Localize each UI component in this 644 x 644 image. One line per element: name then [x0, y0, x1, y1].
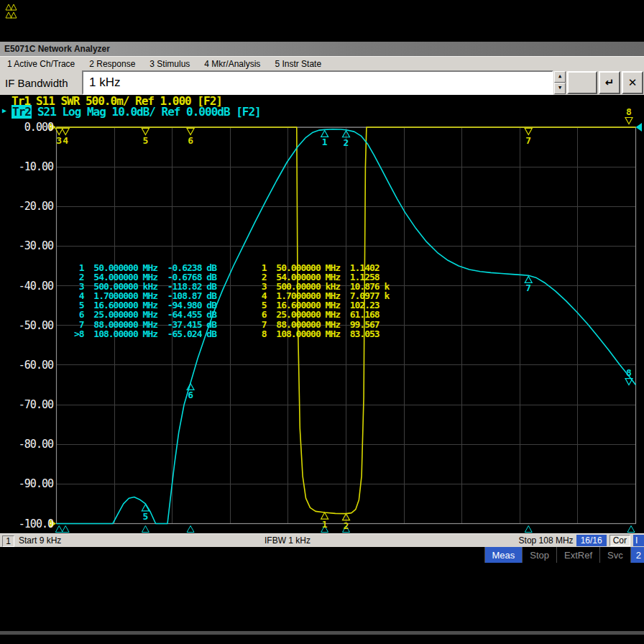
window-title: E5071C Network Analyzer — [4, 44, 110, 54]
status-edge-indicator: I — [633, 535, 644, 546]
y-axis-label: -90.00 — [0, 477, 53, 490]
marker-6-tr1-icon[interactable] — [187, 129, 194, 135]
trace2-header[interactable]: Tr2S21 Log Mag 10.0dB/ Ref 0.000dB [F2] — [12, 105, 261, 119]
marker-7-tr1-icon[interactable] — [525, 129, 532, 135]
state-svc[interactable]: Svc — [599, 547, 630, 563]
enter-button[interactable]: ↵ — [599, 71, 620, 94]
marker-label: 6 — [188, 135, 193, 146]
menu-instr-state[interactable]: 5 Instr State — [267, 59, 328, 69]
y-axis-label: -10.00 — [0, 160, 53, 173]
marker-label: 5 — [142, 135, 148, 146]
menu-bar: 1 Active Ch/Trace 2 Response 3 Stimulus … — [0, 56, 644, 70]
menu-mkr-analysis[interactable]: 4 Mkr/Analysis — [197, 59, 267, 69]
y-axis-label: -30.00 — [0, 239, 53, 252]
y-axis-label: -70.00 — [0, 398, 53, 411]
marker-label: 2 — [344, 137, 349, 148]
marker-table-tr2: 1 50.000000 MHz -0.6238 dB 2 54.000000 M… — [74, 263, 216, 339]
marker-table-tr1: 1 50.000000 MHz 1.1402 2 54.000000 MHz 1… — [257, 263, 389, 339]
marker-label: 1 — [322, 519, 328, 530]
marker-label: 6 — [188, 390, 193, 400]
menu-active-ch-trace[interactable]: 1 Active Ch/Trace — [0, 59, 82, 69]
marker-4-tr1-icon[interactable] — [62, 129, 69, 135]
y-axis-label: -20.00 — [0, 200, 53, 213]
instrument-state-bar: Meas Stop ExtRef Svc 2 — [0, 547, 644, 563]
channel-indicator: 1 — [2, 535, 14, 547]
marker-7-tr2-icon[interactable] — [525, 276, 532, 282]
status-bar: 1 Start 9 kHz IFBW 1 kHz Stop 108 MHz 16… — [0, 533, 644, 547]
ifbw-value-input[interactable] — [82, 70, 553, 95]
state-meas[interactable]: Meas — [484, 547, 523, 563]
active-trace-arrow-icon: ▶ — [2, 106, 6, 114]
sweep-points-badge: 16/16 — [576, 535, 607, 546]
start-frequency-label: Start 9 kHz — [19, 535, 61, 546]
tr2-ref-indicator-icon — [636, 123, 643, 132]
marker-stimulus-tick-icon — [55, 526, 63, 533]
menu-response[interactable]: 2 Response — [82, 59, 142, 69]
y-axis-label: -60.00 — [0, 359, 53, 372]
marker-label: 4 — [63, 135, 68, 146]
marker-8-tr1-icon[interactable] — [625, 118, 632, 124]
marker-5-tr1-icon[interactable] — [142, 129, 149, 135]
bottom-band — [0, 631, 644, 635]
corner-marker-glyph-icon — [11, 12, 17, 18]
marker-stimulus-tick-icon — [627, 526, 635, 533]
entry-field-label: IF Bandwidth — [0, 70, 82, 95]
marker-stimulus-tick-icon — [187, 526, 194, 533]
corner-marker-glyph-icon — [11, 4, 17, 10]
close-entry-button[interactable]: ✕ — [622, 71, 643, 94]
y-axis-label: -40.00 — [0, 280, 53, 293]
marker-label: 8 — [626, 367, 632, 378]
marker-stimulus-tick-icon — [525, 526, 532, 533]
y-axis-label: -50.00 — [0, 319, 53, 332]
menu-stimulus[interactable]: 3 Stimulus — [142, 59, 197, 69]
marker-1-tr2-icon[interactable] — [321, 130, 328, 137]
y-axis-label: -80.00 — [0, 438, 53, 451]
entry-slider-button[interactable] — [567, 71, 597, 94]
window-titlebar[interactable]: E5071C Network Analyzer — [0, 42, 644, 56]
marker-label: 5 — [142, 511, 148, 522]
state-extra[interactable]: 2 — [630, 547, 644, 563]
marker-label: 8 — [626, 106, 632, 117]
marker-label: 7 — [525, 135, 531, 146]
correction-badge: Cor — [610, 535, 630, 546]
value-spinner: ▲ ▼ — [554, 71, 566, 94]
marker-label: 2 — [344, 520, 349, 531]
stop-frequency-label: Stop 108 MHz — [519, 535, 574, 546]
entry-bar: IF Bandwidth ▲ ▼ ↵ ✕ — [0, 70, 644, 95]
spinner-up-button[interactable]: ▲ — [554, 71, 566, 83]
marker-label: 1 — [322, 137, 328, 147]
y-axis-label: 0.000 — [0, 121, 53, 134]
instrument-screen: 11223455667788 E5071C Network Analyzer 1… — [0, 0, 644, 644]
spinner-down-button[interactable]: ▼ — [554, 83, 566, 94]
corner-marker-glyph-icon — [6, 4, 12, 10]
corner-marker-glyph-icon — [6, 12, 12, 18]
marker-stimulus-tick-icon — [62, 526, 69, 533]
trace2-name: Tr2 — [12, 105, 32, 119]
ifbw-status-label: IFBW 1 kHz — [264, 535, 310, 546]
marker-label: 7 — [525, 282, 531, 293]
trace2-detail: S21 Log Mag 10.0dB/ Ref 0.000dB [F2] — [37, 105, 261, 119]
state-stop[interactable]: Stop — [522, 547, 556, 563]
marker-label: 3 — [56, 135, 62, 146]
marker-stimulus-tick-icon — [142, 526, 149, 533]
y-axis-label: -100.0 — [0, 518, 53, 530]
state-extref[interactable]: ExtRef — [556, 547, 599, 563]
marker-1-tr1-icon[interactable] — [321, 512, 328, 519]
